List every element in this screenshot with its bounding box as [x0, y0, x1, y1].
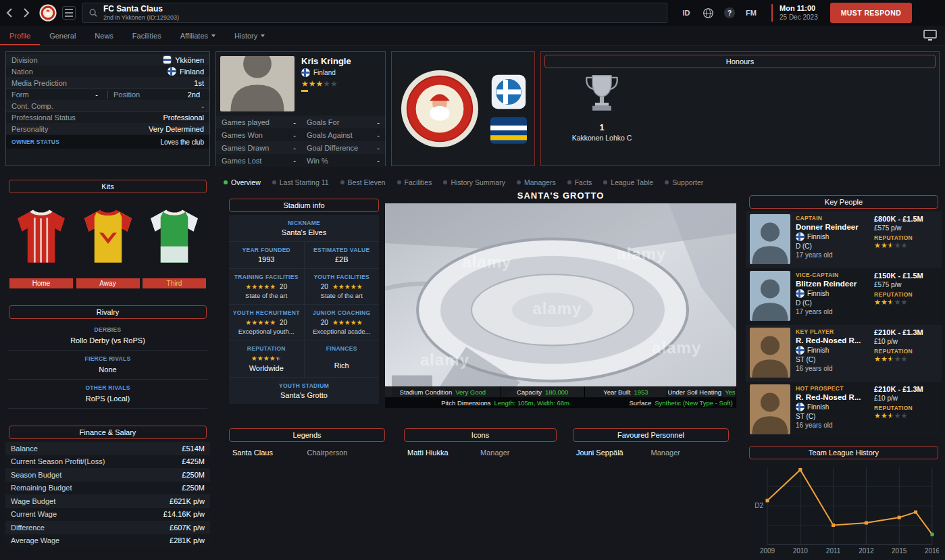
svg-text:2011: 2011	[826, 547, 841, 555]
federation-badges	[490, 74, 527, 144]
subnav-dot-icon	[224, 180, 228, 184]
subnav-dot-icon	[443, 180, 447, 184]
subnav-item[interactable]: Overview	[224, 178, 261, 186]
honours-entry[interactable]: 1 Kakkonen Lohko C	[555, 71, 649, 142]
manager-photo[interactable]	[220, 56, 295, 111]
kit-home-button[interactable]: Home	[9, 278, 73, 288]
must-respond-button[interactable]: MUST RESPOND	[830, 3, 912, 23]
chevron-left-icon	[6, 8, 12, 18]
fact-value: 180,000	[545, 388, 568, 396]
key-person-name: Blitzen Reindeer	[796, 280, 869, 288]
world-icon[interactable]	[698, 3, 717, 22]
player-photo	[750, 328, 790, 378]
club-badges-panel	[391, 51, 535, 166]
rivalry-value[interactable]: Rollo Derby (vs RoPS)	[8, 333, 207, 351]
junior-coaching-stars: ★★★★★	[332, 318, 363, 326]
key-person-position: D (C)	[796, 243, 869, 250]
kit-away-button[interactable]: Away	[76, 278, 140, 288]
finance-panel: Finance & Salary Balance £514M Current S…	[5, 423, 210, 555]
icons-panel-header[interactable]: Icons	[404, 428, 557, 442]
kit-away: Away	[76, 201, 140, 288]
fact-label: Year Built	[603, 388, 630, 396]
finland-flag-icon	[796, 289, 804, 298]
favoured-row: Jouni Seppälä Manager	[569, 444, 732, 461]
game-time: Mon 11:00	[780, 4, 818, 14]
tab-profile[interactable]: Profile	[0, 26, 40, 45]
subnav-label: Facilities	[405, 178, 432, 186]
training-desc: State of the art	[229, 292, 304, 299]
subnav-item[interactable]: History Summary	[443, 178, 505, 186]
rivalry-heading: DERBIES	[5, 326, 210, 333]
legends-panel: Legends Santa Claus Chairperson	[226, 426, 388, 555]
subnav-item[interactable]: Facts	[567, 178, 592, 186]
finance-row: Season Budget £250M	[5, 468, 210, 482]
display-settings-icon[interactable]	[923, 26, 945, 45]
key-person-row[interactable]: HOT PROSPECT R. Red-Nosed R... Finnish S…	[746, 382, 942, 438]
subnav-item[interactable]: Managers	[517, 178, 556, 186]
finance-label: Season Budget	[11, 471, 61, 479]
icon-name[interactable]: Matti Hiukka	[407, 449, 480, 457]
finance-panel-header[interactable]: Finance & Salary	[9, 426, 207, 439]
finance-value: £250M	[182, 484, 205, 492]
help-button[interactable]: ?	[720, 3, 739, 22]
legend-name[interactable]: Santa Claus	[232, 449, 307, 457]
favoured-panel-header[interactable]: Favoured Personnel	[573, 428, 729, 442]
tab-history[interactable]: History	[225, 26, 274, 45]
club-logo-icon[interactable]	[39, 4, 57, 22]
key-person-row[interactable]: VICE-CAPTAIN Blitzen Reindeer Finnish D …	[746, 268, 942, 325]
kits-panel-header[interactable]: Kits	[9, 180, 207, 193]
facilities-section: TRAINING FACILITIES ★★★★★20 State of the…	[229, 269, 379, 305]
manager-rating-stars: ★★★★★	[301, 80, 351, 88]
rivalry-panel-header[interactable]: Rivalry	[9, 305, 207, 319]
kit-third-button[interactable]: Third	[143, 278, 206, 288]
forward-button[interactable]	[18, 0, 35, 26]
stat-value: -	[359, 131, 380, 139]
subnav-item[interactable]: League Table	[603, 178, 653, 186]
fm-logo[interactable]: FM	[742, 3, 761, 22]
nation-value[interactable]: Finland	[180, 68, 204, 76]
finance-label: Balance	[11, 444, 38, 453]
key-person-nation: Finnish	[807, 290, 829, 297]
tab-general[interactable]: General	[40, 26, 85, 45]
stat-value: -	[274, 131, 296, 139]
stat-value: -	[274, 118, 296, 126]
reputation-finances-section: REPUTATION ★★★★★ Worldwide FINANCES Rich	[229, 340, 379, 378]
cont-comp-row: Cont. Comp. -	[6, 100, 209, 111]
favoured-name[interactable]: Jouni Seppälä	[576, 449, 651, 457]
tab-facilities[interactable]: Facilities	[123, 26, 171, 45]
favoured-role: Manager	[651, 449, 680, 457]
subnav-label: Best Eleven	[348, 178, 386, 186]
tab-affiliates[interactable]: Affiliates	[171, 26, 225, 45]
club-search-box[interactable]: FC Santa Claus 2nd in Ykkönen (ID:129203…	[82, 3, 667, 23]
stadium-info-header[interactable]: Stadium info	[229, 199, 379, 212]
honours-panel-header[interactable]: Honours	[544, 55, 936, 68]
question-mark-icon: ?	[724, 7, 735, 18]
training-facilities-label: TRAINING FACILITIES	[229, 274, 304, 280]
back-button[interactable]	[0, 0, 18, 26]
rivalry-value[interactable]: None	[8, 362, 207, 380]
finances-label: FINANCES	[305, 345, 380, 352]
subnav-item[interactable]: Best Eleven	[340, 178, 386, 186]
stat-label: Win %	[296, 157, 359, 165]
division-value[interactable]: Ykkönen	[175, 56, 204, 64]
tab-news[interactable]: News	[85, 26, 123, 45]
manager-name[interactable]: Kris Kringle	[301, 56, 351, 66]
key-people-header[interactable]: Key People	[749, 195, 938, 209]
owner-status-row: OWNER STATUS Loves the club	[6, 135, 209, 149]
legends-panel-header[interactable]: Legends	[229, 428, 385, 442]
key-person-nation: Finnish	[807, 233, 829, 240]
youth-stadium-section: YOUTH STADIUM Santa's Grotto	[229, 378, 379, 404]
subnav-item[interactable]: Last Starting 11	[272, 178, 329, 186]
subnav-item[interactable]: Supporter	[665, 178, 703, 186]
subnav-item[interactable]: Facilities	[397, 178, 432, 186]
key-person-row[interactable]: KEY PLAYER R. Red-Nosed R... Finnish ST …	[746, 325, 942, 382]
subnav-label: Last Starting 11	[280, 178, 329, 186]
id-button[interactable]: ID	[677, 3, 696, 22]
rivalry-value[interactable]: RoPS (Local)	[8, 391, 207, 409]
quick-access-menu-icon[interactable]	[62, 6, 76, 20]
icons-panel: Icons Matti Hiukka Manager	[401, 426, 560, 555]
league-history-header[interactable]: Team League History	[749, 446, 938, 459]
personality-label: Personality	[11, 125, 48, 133]
junior-coaching-desc: Exceptional acade...	[305, 328, 380, 335]
key-person-row[interactable]: CAPTAIN Donner Reindeer Finnish D (C) 17…	[746, 211, 942, 268]
